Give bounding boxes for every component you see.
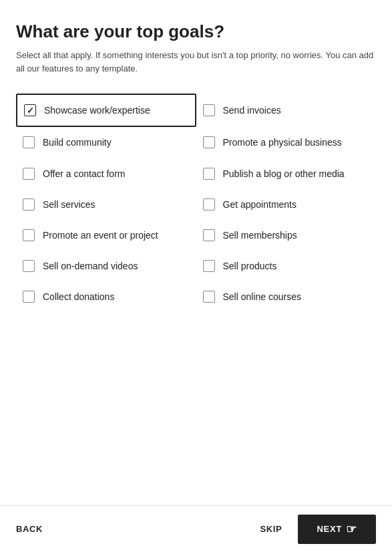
next-button[interactable]: NEXT ☞: [298, 515, 376, 544]
goal-item-build-community[interactable]: ✓Build community: [16, 127, 196, 158]
page-title: What are your top goals?: [16, 21, 376, 42]
checkbox-sell-videos: ✓: [23, 260, 35, 272]
checkbox-collect-donations: ✓: [23, 291, 35, 303]
goal-item-promote-event[interactable]: ✓Promote an event or project: [16, 220, 196, 251]
goal-item-publish-blog[interactable]: ✓Publish a blog or other media: [196, 158, 377, 189]
goal-label-sell-services: Sell services: [43, 198, 95, 211]
checkbox-sell-products: ✓: [203, 260, 215, 272]
back-button[interactable]: BACK: [16, 524, 43, 534]
goal-item-showcase[interactable]: ✓Showcase work/expertise: [16, 94, 196, 127]
goal-item-get-appointments[interactable]: ✓Get appointments: [196, 189, 377, 220]
checkmark-showcase: ✓: [27, 106, 34, 116]
footer: BACK SKIP NEXT ☞: [0, 505, 392, 552]
goal-label-sell-products: Sell products: [223, 260, 277, 272]
goal-label-offer-contact: Offer a contact form: [43, 168, 125, 180]
checkbox-sell-courses: ✓: [203, 291, 215, 303]
skip-button[interactable]: SKIP: [260, 524, 282, 534]
goal-item-collect-donations[interactable]: ✓Collect donations: [16, 281, 196, 312]
goal-label-showcase: Showcase work/expertise: [44, 104, 150, 116]
cursor-icon: ☞: [346, 522, 357, 537]
goal-item-sell-courses[interactable]: ✓Sell online courses: [196, 281, 377, 312]
goal-item-sell-services[interactable]: ✓Sell services: [16, 189, 196, 220]
goal-label-publish-blog: Publish a blog or other media: [223, 168, 345, 180]
goal-item-sell-videos[interactable]: ✓Sell on-demand videos: [16, 251, 196, 281]
goal-label-sell-courses: Sell online courses: [223, 291, 302, 303]
goal-label-collect-donations: Collect donations: [43, 291, 114, 303]
goal-label-sell-memberships: Sell memberships: [223, 229, 297, 241]
footer-right-group: SKIP NEXT ☞: [260, 515, 376, 544]
goal-label-build-community: Build community: [43, 136, 112, 148]
goal-label-promote-physical: Promote a physical business: [223, 136, 342, 148]
checkbox-showcase: ✓: [24, 104, 36, 116]
checkbox-sell-services: ✓: [23, 198, 35, 211]
checkbox-send-invoices: ✓: [203, 104, 215, 116]
goals-grid: ✓Showcase work/expertise✓Send invoices✓B…: [16, 94, 376, 312]
goal-item-send-invoices[interactable]: ✓Send invoices: [196, 94, 377, 127]
checkbox-publish-blog: ✓: [203, 168, 215, 180]
checkbox-offer-contact: ✓: [23, 168, 35, 180]
page-subtitle: Select all that apply. If something inte…: [16, 49, 376, 75]
checkbox-promote-physical: ✓: [203, 136, 215, 148]
goal-label-send-invoices: Send invoices: [223, 104, 281, 116]
goal-item-offer-contact[interactable]: ✓Offer a contact form: [16, 158, 196, 189]
goal-label-promote-event: Promote an event or project: [43, 229, 158, 241]
checkbox-sell-memberships: ✓: [203, 229, 215, 241]
goal-item-sell-products[interactable]: ✓Sell products: [196, 251, 377, 281]
goal-item-promote-physical[interactable]: ✓Promote a physical business: [196, 127, 377, 158]
goal-label-sell-videos: Sell on-demand videos: [43, 260, 138, 272]
checkbox-build-community: ✓: [23, 136, 35, 148]
checkbox-get-appointments: ✓: [203, 198, 215, 211]
goal-item-sell-memberships[interactable]: ✓Sell memberships: [196, 220, 377, 251]
goal-label-get-appointments: Get appointments: [223, 198, 297, 211]
checkbox-promote-event: ✓: [23, 229, 35, 241]
